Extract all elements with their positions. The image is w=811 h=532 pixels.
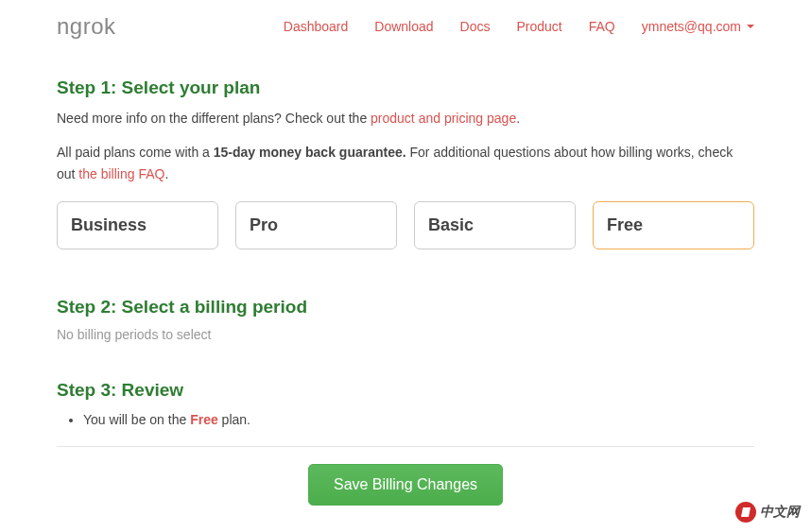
step1-guarantee-suffix2: .: [164, 166, 168, 181]
nav-dashboard[interactable]: Dashboard: [284, 19, 349, 34]
plan-basic[interactable]: Basic: [414, 201, 576, 249]
billing-faq-link[interactable]: the billing FAQ: [78, 166, 164, 181]
nav-download[interactable]: Download: [374, 19, 433, 34]
step2-title: Step 2: Select a billing period: [57, 297, 754, 317]
plan-selector: Business Pro Basic Free: [57, 201, 754, 249]
step1-title: Step 1: Select your plan: [57, 77, 754, 98]
plan-pro[interactable]: Pro: [235, 201, 397, 249]
step-2: Step 2: Select a billing period No billi…: [57, 297, 754, 342]
header: ngrok Dashboard Download Docs Product FA…: [0, 0, 811, 49]
step2-no-periods: No billing periods to select: [57, 327, 754, 342]
user-email: ymnets@qq.com: [642, 19, 741, 34]
step-3: Step 3: Review You will be on the Free p…: [57, 380, 754, 506]
watermark: 中文网: [735, 502, 800, 523]
review-plan-name: Free: [190, 412, 218, 427]
plan-business[interactable]: Business: [57, 201, 218, 249]
step-1: Step 1: Select your plan Need more info …: [57, 77, 754, 249]
logo[interactable]: ngrok: [57, 13, 116, 40]
step1-intro-suffix: .: [516, 111, 520, 126]
divider: [57, 446, 754, 447]
step1-intro-prefix: Need more info on the different plans? C…: [57, 111, 371, 126]
review-item: You will be on the Free plan.: [83, 412, 754, 427]
step1-guarantee-prefix: All paid plans come with a: [57, 145, 214, 160]
step3-title: Step 3: Review: [57, 380, 754, 401]
step1-intro: Need more info on the different plans? C…: [57, 108, 754, 129]
php-logo-icon: [735, 502, 756, 523]
nav-product[interactable]: Product: [516, 19, 561, 34]
user-menu[interactable]: ymnets@qq.com: [642, 19, 754, 34]
caret-down-icon: [747, 25, 754, 28]
watermark-text: 中文网: [760, 504, 800, 521]
save-button-wrap: Save Billing Changes: [57, 464, 754, 506]
step1-guarantee-bold: 15-day money back guarantee.: [214, 145, 406, 160]
product-pricing-link[interactable]: product and pricing page: [371, 111, 516, 126]
main-content: Step 1: Select your plan Need more info …: [0, 49, 811, 506]
review-prefix: You will be on the: [83, 412, 190, 427]
top-nav: Dashboard Download Docs Product FAQ ymne…: [284, 19, 754, 34]
plan-free[interactable]: Free: [593, 201, 754, 249]
nav-faq[interactable]: FAQ: [589, 19, 615, 34]
nav-docs[interactable]: Docs: [460, 19, 491, 34]
review-list: You will be on the Free plan.: [76, 412, 754, 427]
step1-guarantee: All paid plans come with a 15-day money …: [57, 142, 754, 184]
review-suffix: plan.: [218, 412, 250, 427]
save-billing-button[interactable]: Save Billing Changes: [308, 464, 503, 506]
